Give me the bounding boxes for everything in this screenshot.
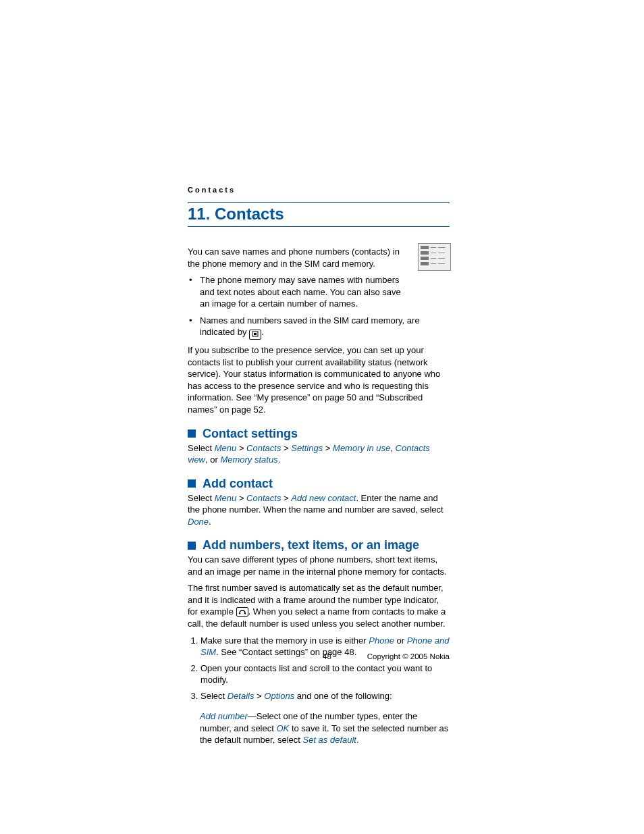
sim-card-icon: [249, 330, 261, 340]
ui-options: Options: [264, 691, 294, 701]
section-add-contact: Add contact: [188, 477, 450, 491]
bullet-2-pre: Names and numbers saved in the SIM card …: [200, 315, 420, 338]
svg-rect-3: [244, 613, 245, 615]
ui-settings: Settings: [291, 443, 323, 453]
page-footer: 48 Copyright © 2005 Nokia: [188, 652, 450, 660]
intro-bullet-2: Names and numbers saved in the SIM card …: [188, 315, 450, 340]
ui-details: Details: [227, 691, 254, 701]
step-2: Open your contacts list and scroll to th…: [200, 662, 450, 686]
contact-settings-body: Select Menu > Contacts > Settings > Memo…: [188, 442, 450, 466]
contacts-list-icon: [418, 243, 451, 271]
ui-contacts: Contacts: [246, 493, 281, 503]
ui-memory-in-use: Memory in use: [333, 443, 390, 453]
copyright-text: Copyright © 2005 Nokia: [367, 652, 450, 660]
ui-phone: Phone: [369, 635, 394, 646]
intro-bullet-1: The phone memory may save names with num…: [188, 274, 405, 310]
step-3: Select Details > Options and one of the …: [200, 690, 450, 702]
phone-type-indicator-icon: [236, 607, 248, 617]
svg-rect-1: [254, 333, 257, 335]
svg-rect-2: [239, 613, 240, 615]
ui-ok: OK: [276, 723, 289, 733]
ui-memory-status: Memory status: [220, 454, 277, 465]
add-numbers-p2: The first number saved is automatically …: [188, 582, 450, 629]
intro-paragraph-1: You can save names and phone numbers (co…: [188, 246, 404, 269]
ui-add-number: Add number: [200, 711, 248, 721]
ui-set-as-default: Set as default: [302, 735, 356, 745]
add-numbers-p1: You can save different types of phone nu…: [188, 554, 450, 577]
ui-menu: Menu: [215, 443, 237, 453]
running-header: Contacts: [188, 186, 450, 194]
steps-list: Make sure that the memory in use is eith…: [188, 635, 450, 702]
ui-done: Done: [188, 517, 209, 527]
intro-paragraph-2: If you subscribe to the presence service…: [188, 344, 450, 415]
document-page: Contacts 11. Contacts You can save names…: [0, 0, 644, 834]
page-number: 48: [323, 652, 331, 660]
ui-add-new-contact: Add new contact: [291, 493, 356, 503]
intro-block: You can save names and phone numbers (co…: [188, 246, 450, 416]
section-contact-settings: Contact settings: [188, 427, 450, 441]
add-contact-body: Select Menu > Contacts > Add new contact…: [188, 492, 450, 528]
ui-contacts: Contacts: [246, 443, 281, 453]
bullet-2-post: .: [261, 327, 264, 337]
step-3-option-add-number: Add number—Select one of the number type…: [200, 710, 450, 746]
chapter-title: 11. Contacts: [188, 202, 450, 227]
section-add-numbers: Add numbers, text items, or an image: [188, 538, 450, 552]
ui-menu: Menu: [215, 493, 237, 503]
